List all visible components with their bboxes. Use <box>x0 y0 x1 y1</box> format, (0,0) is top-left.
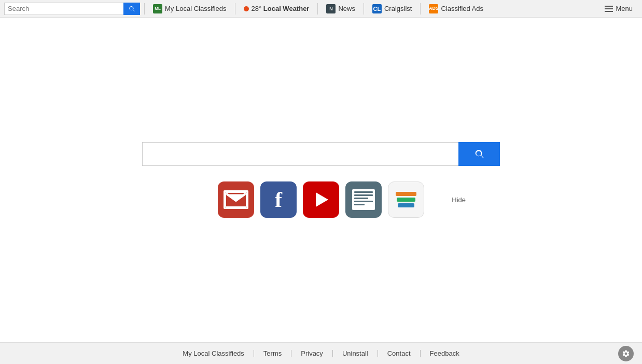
center-search-container <box>142 142 500 166</box>
quick-link-stack[interactable] <box>388 181 424 218</box>
classified-ads-icon: ADS <box>429 4 438 13</box>
nav-divider-4 <box>364 3 364 15</box>
nav-item-local-weather-label: 28° Local Weather <box>252 5 310 12</box>
nav-divider-2 <box>235 3 235 15</box>
nav-divider-3 <box>317 3 318 15</box>
top-search-button[interactable] <box>123 3 140 15</box>
svg-rect-0 <box>225 191 247 208</box>
main-content: f Hide <box>0 18 642 342</box>
nav-item-craigslist-label: Craigslist <box>384 5 412 12</box>
nav-item-classified-ads-label: Classified Ads <box>441 5 483 12</box>
menu-button[interactable]: Menu <box>599 0 638 18</box>
nav-item-local-weather[interactable]: 28° Local Weather <box>240 0 314 18</box>
hamburger-icon <box>605 6 613 12</box>
nav-item-classified-ads[interactable]: ADS Classified Ads <box>425 0 487 18</box>
quick-link-news-reader[interactable] <box>345 181 382 218</box>
facebook-f-letter: f <box>275 187 282 212</box>
newspaper-icon <box>352 189 375 210</box>
top-navigation-bar: ML My Local Classifieds 28° Local Weathe… <box>0 0 642 18</box>
gmail-icon <box>225 191 247 208</box>
stack-layers-icon <box>396 192 416 207</box>
search-icon <box>128 5 135 12</box>
footer-link-privacy[interactable]: Privacy <box>291 349 332 357</box>
nav-item-news-label: News <box>338 5 355 12</box>
nav-item-news[interactable]: N News <box>322 0 359 18</box>
nav-item-my-local-classifieds[interactable]: ML My Local Classifieds <box>149 0 231 18</box>
center-search-icon <box>473 148 485 160</box>
youtube-play-icon <box>316 192 328 207</box>
footer-link-terms[interactable]: Terms <box>254 349 291 357</box>
nav-divider-5 <box>420 3 421 15</box>
craigslist-icon: CL <box>372 4 382 13</box>
footer-link-my-local-classifieds[interactable]: My Local Classifieds <box>173 349 254 357</box>
quick-link-youtube[interactable] <box>303 181 339 218</box>
quick-link-gmail[interactable] <box>218 181 254 218</box>
footer-link-contact[interactable]: Contact <box>378 349 420 357</box>
top-search-input[interactable] <box>4 3 123 15</box>
nav-divider-1 <box>144 3 145 15</box>
gear-icon <box>622 349 630 358</box>
quick-links-container: f Hide <box>218 181 424 218</box>
center-search-input[interactable] <box>142 142 458 166</box>
weather-dot-icon <box>244 6 249 11</box>
nav-item-my-local-classifieds-label: My Local Classifieds <box>165 5 227 12</box>
top-search-container <box>4 3 140 15</box>
footer: My Local Classifieds Terms Privacy Unins… <box>0 342 642 364</box>
footer-link-feedback[interactable]: Feedback <box>421 349 469 357</box>
footer-link-uninstall[interactable]: Uninstall <box>333 349 378 357</box>
settings-button[interactable] <box>618 346 634 361</box>
svg-rect-1 <box>226 192 246 207</box>
quick-link-facebook[interactable]: f <box>260 181 297 218</box>
menu-label: Menu <box>616 5 633 12</box>
nav-item-craigslist[interactable]: CL Craigslist <box>368 0 416 18</box>
hide-button[interactable]: Hide <box>452 196 466 204</box>
news-nav-icon: N <box>326 4 336 13</box>
my-local-classifieds-icon: ML <box>153 4 162 13</box>
center-search-button[interactable] <box>458 142 500 166</box>
